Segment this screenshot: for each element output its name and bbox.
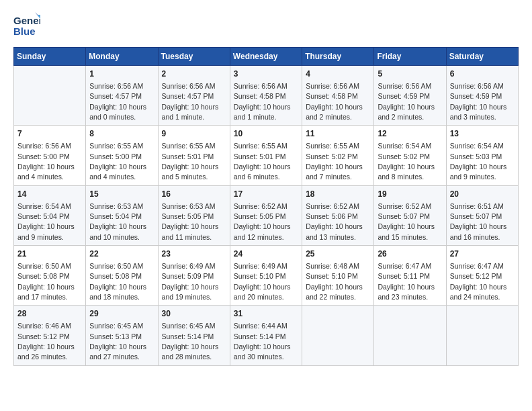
calendar-cell: 16Sunrise: 6:53 AM Sunset: 5:05 PM Dayli… [158,185,230,245]
calendar-cell: 11Sunrise: 6:55 AM Sunset: 5:02 PM Dayli… [302,126,374,185]
calendar-cell: 2Sunrise: 6:56 AM Sunset: 4:57 PM Daylig… [158,66,230,126]
calendar-cell: 12Sunrise: 6:54 AM Sunset: 5:02 PM Dayli… [374,126,446,185]
calendar-cell: 25Sunrise: 6:48 AM Sunset: 5:10 PM Dayli… [302,246,374,306]
logo: General Blue [13,11,40,40]
day-info: Sunrise: 6:55 AM Sunset: 5:01 PM Dayligh… [162,142,219,181]
calendar-week-row: 28Sunrise: 6:46 AM Sunset: 5:12 PM Dayli… [14,306,519,365]
header-friday: Friday [374,48,446,66]
logo-svg: General Blue [13,11,40,40]
day-number: 31 [234,308,298,320]
header-tuesday: Tuesday [158,48,230,66]
day-number: 25 [306,248,370,260]
calendar-header-row: SundayMondayTuesdayWednesdayThursdayFrid… [14,48,519,66]
day-info: Sunrise: 6:56 AM Sunset: 4:59 PM Dayligh… [378,82,435,121]
svg-text:Blue: Blue [13,26,36,37]
calendar-cell: 7Sunrise: 6:56 AM Sunset: 5:00 PM Daylig… [14,126,86,185]
day-info: Sunrise: 6:48 AM Sunset: 5:10 PM Dayligh… [306,262,363,301]
day-info: Sunrise: 6:52 AM Sunset: 5:07 PM Dayligh… [378,202,435,241]
day-number: 10 [234,128,298,140]
day-info: Sunrise: 6:55 AM Sunset: 5:00 PM Dayligh… [89,142,146,181]
calendar-cell: 31Sunrise: 6:44 AM Sunset: 5:14 PM Dayli… [230,306,302,365]
calendar-week-row: 1Sunrise: 6:56 AM Sunset: 4:57 PM Daylig… [14,66,519,126]
day-info: Sunrise: 6:56 AM Sunset: 4:57 PM Dayligh… [89,82,146,121]
calendar-cell: 6Sunrise: 6:56 AM Sunset: 4:59 PM Daylig… [446,66,518,126]
day-number: 7 [17,128,82,140]
day-number: 1 [89,68,154,80]
day-info: Sunrise: 6:56 AM Sunset: 4:59 PM Dayligh… [450,82,507,121]
calendar-cell [14,66,86,126]
day-number: 20 [450,189,515,200]
day-info: Sunrise: 6:54 AM Sunset: 5:04 PM Dayligh… [17,202,75,241]
calendar-week-row: 21Sunrise: 6:50 AM Sunset: 5:08 PM Dayli… [14,246,519,306]
day-info: Sunrise: 6:45 AM Sunset: 5:13 PM Dayligh… [89,322,146,361]
day-info: Sunrise: 6:50 AM Sunset: 5:08 PM Dayligh… [89,262,146,301]
day-info: Sunrise: 6:56 AM Sunset: 4:58 PM Dayligh… [306,82,363,121]
day-number: 15 [89,189,154,200]
header-thursday: Thursday [302,48,374,66]
calendar-cell: 10Sunrise: 6:55 AM Sunset: 5:01 PM Dayli… [230,126,302,185]
day-info: Sunrise: 6:55 AM Sunset: 5:01 PM Dayligh… [234,142,291,181]
day-info: Sunrise: 6:56 AM Sunset: 4:57 PM Dayligh… [162,82,219,121]
day-info: Sunrise: 6:46 AM Sunset: 5:12 PM Dayligh… [17,322,75,361]
day-number: 27 [450,248,515,260]
calendar-cell: 13Sunrise: 6:54 AM Sunset: 5:03 PM Dayli… [446,126,518,185]
calendar-cell: 27Sunrise: 6:47 AM Sunset: 5:12 PM Dayli… [446,246,518,306]
day-number: 18 [306,189,370,200]
day-number: 19 [378,189,442,200]
calendar-cell [302,306,374,365]
calendar-cell: 5Sunrise: 6:56 AM Sunset: 4:59 PM Daylig… [374,66,446,126]
calendar-cell: 17Sunrise: 6:52 AM Sunset: 5:05 PM Dayli… [230,185,302,245]
calendar-week-row: 7Sunrise: 6:56 AM Sunset: 5:00 PM Daylig… [14,126,519,185]
day-info: Sunrise: 6:54 AM Sunset: 5:02 PM Dayligh… [378,142,435,181]
day-number: 3 [234,68,298,80]
calendar-cell: 18Sunrise: 6:52 AM Sunset: 5:06 PM Dayli… [302,185,374,245]
day-number: 2 [162,68,226,80]
calendar-cell: 29Sunrise: 6:45 AM Sunset: 5:13 PM Dayli… [86,306,158,365]
day-info: Sunrise: 6:51 AM Sunset: 5:07 PM Dayligh… [450,202,507,241]
day-info: Sunrise: 6:56 AM Sunset: 5:00 PM Dayligh… [17,142,75,181]
calendar-cell: 28Sunrise: 6:46 AM Sunset: 5:12 PM Dayli… [14,306,86,365]
day-number: 26 [378,248,442,260]
page-header: General Blue [13,11,519,40]
day-info: Sunrise: 6:52 AM Sunset: 5:05 PM Dayligh… [234,202,291,241]
day-number: 23 [162,248,226,260]
day-info: Sunrise: 6:45 AM Sunset: 5:14 PM Dayligh… [162,322,219,361]
calendar-cell: 22Sunrise: 6:50 AM Sunset: 5:08 PM Dayli… [86,246,158,306]
calendar-cell: 21Sunrise: 6:50 AM Sunset: 5:08 PM Dayli… [14,246,86,306]
day-number: 8 [89,128,154,140]
calendar-table: SundayMondayTuesdayWednesdayThursdayFrid… [13,47,519,366]
day-info: Sunrise: 6:53 AM Sunset: 5:04 PM Dayligh… [89,202,146,241]
calendar-cell: 15Sunrise: 6:53 AM Sunset: 5:04 PM Dayli… [86,185,158,245]
day-info: Sunrise: 6:49 AM Sunset: 5:09 PM Dayligh… [162,262,219,301]
calendar-cell: 26Sunrise: 6:47 AM Sunset: 5:11 PM Dayli… [374,246,446,306]
calendar-cell: 1Sunrise: 6:56 AM Sunset: 4:57 PM Daylig… [86,66,158,126]
calendar-cell: 20Sunrise: 6:51 AM Sunset: 5:07 PM Dayli… [446,185,518,245]
day-info: Sunrise: 6:56 AM Sunset: 4:58 PM Dayligh… [234,82,291,121]
calendar-cell [446,306,518,365]
header-wednesday: Wednesday [230,48,302,66]
calendar-week-row: 14Sunrise: 6:54 AM Sunset: 5:04 PM Dayli… [14,185,519,245]
day-info: Sunrise: 6:52 AM Sunset: 5:06 PM Dayligh… [306,202,363,241]
day-info: Sunrise: 6:55 AM Sunset: 5:02 PM Dayligh… [306,142,363,181]
day-number: 30 [162,308,226,320]
calendar-cell: 4Sunrise: 6:56 AM Sunset: 4:58 PM Daylig… [302,66,374,126]
calendar-cell: 9Sunrise: 6:55 AM Sunset: 5:01 PM Daylig… [158,126,230,185]
day-number: 6 [450,68,515,80]
day-info: Sunrise: 6:44 AM Sunset: 5:14 PM Dayligh… [234,322,291,361]
day-number: 17 [234,189,298,200]
calendar-cell: 23Sunrise: 6:49 AM Sunset: 5:09 PM Dayli… [158,246,230,306]
header-saturday: Saturday [446,48,518,66]
day-number: 5 [378,68,442,80]
day-info: Sunrise: 6:50 AM Sunset: 5:08 PM Dayligh… [17,262,75,301]
day-info: Sunrise: 6:54 AM Sunset: 5:03 PM Dayligh… [450,142,507,181]
day-number: 11 [306,128,370,140]
svg-text:General: General [13,15,40,26]
calendar-cell: 8Sunrise: 6:55 AM Sunset: 5:00 PM Daylig… [86,126,158,185]
day-number: 28 [17,308,82,320]
calendar-cell: 30Sunrise: 6:45 AM Sunset: 5:14 PM Dayli… [158,306,230,365]
calendar-cell: 24Sunrise: 6:49 AM Sunset: 5:10 PM Dayli… [230,246,302,306]
calendar-cell: 3Sunrise: 6:56 AM Sunset: 4:58 PM Daylig… [230,66,302,126]
header-sunday: Sunday [14,48,86,66]
day-number: 22 [89,248,154,260]
day-number: 14 [17,189,82,200]
